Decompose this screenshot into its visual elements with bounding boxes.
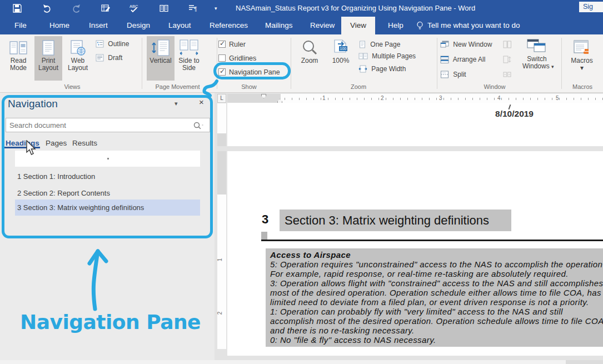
web-layout-button[interactable]: Web Layout (64, 36, 92, 81)
spelling-icon[interactable]: ABC (129, 3, 139, 13)
document-page-1[interactable]: 8/10/2019 (227, 103, 603, 146)
bottom-strip (0, 360, 603, 364)
taskbar-hint (566, 360, 603, 364)
zoom-100-button[interactable]: 100 100% (327, 36, 355, 81)
read-mode-icon (8, 39, 28, 56)
macros-group-label: Macros (563, 83, 602, 90)
new-window-button[interactable]: New Window (440, 41, 492, 49)
split-icon (440, 71, 449, 78)
zoom-button[interactable]: Zoom (296, 36, 323, 81)
gridlines-checkbox[interactable]: Gridlines (218, 54, 256, 63)
page-width-icon (358, 65, 367, 73)
window-title: NASAmain_Status Report v3 for Organizing… (236, 4, 475, 12)
heading-underline (261, 240, 603, 241)
heading-paragraph-mark (261, 232, 267, 240)
heading-text: Section 3: Matrix weighting definitions (280, 210, 511, 231)
web-layout-icon (69, 39, 86, 56)
macros-icon (573, 39, 591, 56)
save-icon[interactable] (12, 3, 22, 13)
svg-text:¶: ¶ (194, 6, 197, 12)
annotation-label: Navigation Pane (20, 311, 201, 333)
draft-button[interactable]: Draft (96, 54, 122, 63)
outline-icon (96, 40, 104, 48)
side-to-side-icon (179, 39, 199, 56)
synchronous-scrolling-icon[interactable] (503, 56, 511, 63)
sign-in-button[interactable]: Sig (579, 2, 603, 12)
tab-help[interactable]: Help (382, 17, 409, 34)
mouse-cursor (26, 140, 38, 157)
vertical-button[interactable]: Vertical (147, 36, 175, 81)
svg-text:100: 100 (340, 47, 347, 51)
tellme-box[interactable]: Tell me what you want to do (427, 17, 520, 34)
annotation-box-navpane (2, 95, 213, 238)
macros-button[interactable]: Macros ▾ (568, 36, 596, 81)
print-layout-button[interactable]: Print Layout (34, 36, 62, 81)
read-aloud-icon[interactable] (159, 3, 169, 13)
zoom-100-icon: 100 (332, 39, 349, 56)
title-bar: ABC ¶ ▾ NASAmain_Status Report v3 for Or… (0, 0, 603, 17)
annotation-box-checkbox (213, 62, 291, 79)
tab-insert[interactable]: Insert (83, 17, 113, 34)
zoom-icon (301, 39, 318, 56)
body-text-block: Access to Airspace 5: Operation requires… (266, 248, 603, 347)
reset-window-position-icon[interactable] (503, 71, 511, 78)
tellme-bulb-icon (416, 21, 424, 30)
tab-mailings[interactable]: Mailings (260, 17, 298, 34)
multiple-pages-button[interactable]: Multiple Pages (358, 52, 416, 61)
side-to-side-button[interactable]: Side to Side (175, 36, 203, 81)
document-area: L 1 2 3 4 5 1 2 8/10/2019 3 Section 3: M… (215, 93, 603, 360)
zoom-group-label: Zoom (342, 83, 375, 90)
show-group-label: Show (230, 83, 268, 90)
multiple-pages-icon (358, 52, 368, 60)
arrange-all-button[interactable]: Arrange All (440, 56, 485, 64)
undo-icon[interactable] (42, 3, 52, 13)
document-page-2[interactable]: 3 Section 3: Matrix weighting definition… (227, 151, 603, 356)
split-button[interactable]: Split (440, 71, 466, 79)
tab-design[interactable]: Design (121, 17, 156, 34)
new-window-icon (440, 41, 449, 48)
vertical-ruler[interactable]: 1 2 (217, 103, 226, 360)
ribbon: Read Mode Print Layout Web Layout Outlin… (0, 34, 603, 93)
tab-file[interactable]: File (9, 17, 32, 34)
tab-view[interactable]: View (341, 17, 375, 34)
print-layout-icon (41, 39, 56, 56)
tab-home[interactable]: Home (44, 17, 75, 34)
switch-windows-button[interactable]: Switch Windows ▾ (522, 38, 551, 71)
heading-number: 3 (262, 212, 268, 227)
switch-windows-icon (526, 38, 547, 53)
redo-icon[interactable] (71, 3, 81, 13)
horizontal-ruler[interactable]: 1 2 3 4 5 (227, 94, 603, 103)
vertical-icon (151, 39, 170, 56)
one-page-button[interactable]: One Page (358, 41, 400, 49)
arrange-all-icon (440, 56, 449, 63)
qat-more-icon[interactable]: ▾ (215, 6, 217, 11)
touch-mode-icon[interactable] (101, 3, 111, 13)
page-movement-group-label: Page Movement (151, 83, 204, 90)
views-group-label: Views (53, 83, 92, 90)
gridlines-checkbox-box (218, 54, 226, 62)
outline-button[interactable]: Outline (96, 40, 129, 49)
paragraph-marks-icon[interactable]: ¶ (188, 3, 198, 13)
ruler-checkbox[interactable]: Ruler (218, 41, 246, 49)
page-width-button[interactable]: Page Width (358, 65, 406, 74)
tab-layout[interactable]: Layout (163, 17, 197, 34)
tab-references[interactable]: References (204, 17, 253, 34)
draft-icon (96, 54, 104, 62)
window-group-label: Window (475, 83, 514, 90)
tab-stop-selector[interactable]: L (217, 94, 226, 103)
one-page-icon (358, 41, 366, 48)
read-mode-button[interactable]: Read Mode (4, 36, 32, 81)
word-window: ABC ¶ ▾ NASAmain_Status Report v3 for Or… (0, 0, 603, 364)
view-side-by-side-icon[interactable] (503, 41, 511, 48)
ruler-checkbox-box (218, 41, 226, 48)
document-date: 8/10/2019 (456, 109, 534, 119)
tab-review[interactable]: Review (305, 17, 340, 34)
ribbon-tabs-bar: File Home Insert Design Layout Reference… (0, 17, 603, 34)
